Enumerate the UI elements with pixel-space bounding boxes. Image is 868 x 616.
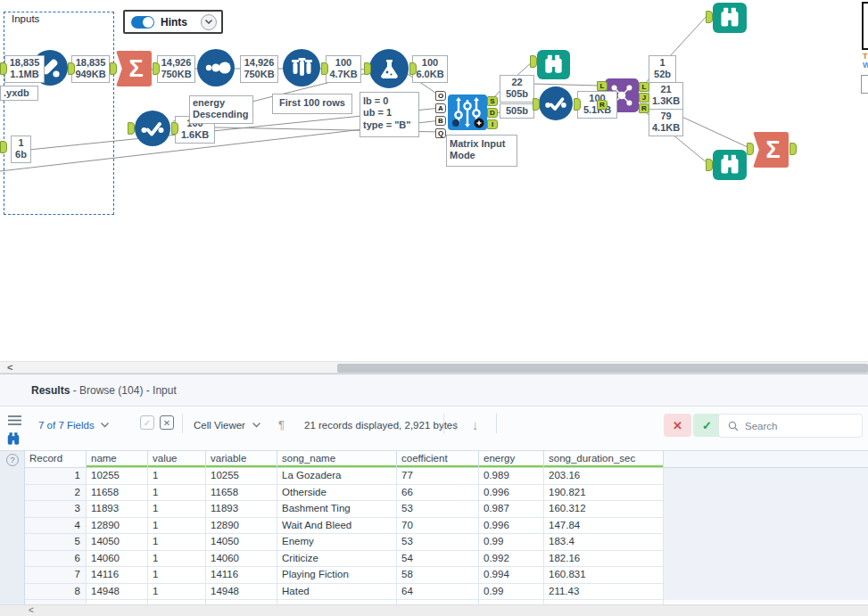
config-list-icon[interactable] — [8, 415, 21, 426]
input-anchor[interactable] — [706, 11, 713, 23]
annotation-record-count[interactable]: 22505b — [500, 75, 534, 103]
annotation-record-count[interactable]: 1006.0KB — [412, 55, 448, 83]
table-cell[interactable]: 1 — [148, 468, 206, 485]
table-cell[interactable]: Wait And Bleed — [277, 518, 397, 535]
table-cell[interactable]: Hated — [277, 584, 397, 601]
table-cell[interactable]: 14060 — [87, 551, 148, 568]
table-cell[interactable]: 14116 — [206, 567, 277, 584]
help-icon[interactable]: ? — [6, 454, 19, 466]
column-header[interactable]: song_name — [277, 451, 397, 468]
matrix-output-anchor-D[interactable]: D — [487, 108, 498, 118]
column-header[interactable]: song_duration_sec — [544, 451, 664, 468]
column-header[interactable]: name — [87, 451, 148, 468]
column-header[interactable]: Record — [25, 451, 87, 468]
input-anchor[interactable] — [747, 143, 754, 155]
table-cell[interactable]: 58 — [397, 567, 479, 584]
matrix-output-anchor-I[interactable]: I — [487, 119, 498, 129]
annotation-record-count[interactable]: 14,926750KB — [240, 55, 278, 83]
table-cell[interactable]: 10255 — [206, 468, 277, 485]
input-anchor[interactable] — [364, 62, 371, 75]
annotation-record-count[interactable]: 152b — [649, 55, 676, 83]
input-output-anchor[interactable] — [0, 62, 7, 75]
table-cell[interactable]: 10255 — [87, 468, 148, 485]
column-header[interactable]: value — [148, 451, 206, 468]
table-cell[interactable]: Criticize — [277, 551, 397, 568]
input-anchor[interactable] — [110, 62, 117, 75]
record-number-cell[interactable]: 2 — [25, 485, 87, 502]
fields-dropdown[interactable]: 7 of 7 Fields — [38, 420, 109, 431]
table-cell[interactable]: La Gozadera — [277, 468, 397, 485]
matrix-input-anchor-O[interactable]: O — [435, 91, 446, 101]
table-cell[interactable]: 11893 — [87, 501, 148, 518]
annotation-record-count[interactable]: 18,835949KB — [71, 55, 110, 83]
table-cell[interactable]: 0.987 — [479, 501, 544, 518]
hints-toggle[interactable] — [131, 16, 154, 29]
annotation-filename[interactable]: .yxdb — [0, 86, 38, 101]
annotation-record-count[interactable]: 505b — [500, 103, 534, 119]
unique-tool-2[interactable] — [539, 86, 573, 120]
table-cell[interactable]: 0.992 — [479, 551, 544, 568]
apply-button[interactable]: ✓ — [693, 414, 721, 437]
annotation-record-count[interactable]: 16b — [11, 136, 31, 163]
join-input-anchor-R[interactable]: R — [597, 100, 608, 110]
annotation-record-count[interactable]: 14,926750KB — [157, 55, 195, 83]
table-cell[interactable]: 1 — [148, 518, 206, 535]
grid-horizontal-scrollbar[interactable]: < — [0, 604, 868, 616]
matrix-output-anchor-S[interactable]: S — [487, 96, 498, 106]
table-cell[interactable]: 11658 — [206, 485, 277, 502]
record-number-cell[interactable]: 5 — [25, 534, 87, 551]
table-cell[interactable]: 14050 — [87, 534, 148, 551]
output-anchor[interactable] — [321, 62, 328, 75]
browse-tool[interactable] — [537, 50, 570, 79]
table-cell[interactable]: 70 — [397, 518, 479, 535]
table-cell[interactable]: Playing Fiction — [277, 567, 397, 584]
record-number-cell[interactable]: 6 — [25, 551, 87, 568]
table-cell[interactable]: 1 — [148, 501, 206, 518]
table-cell[interactable]: 11893 — [206, 501, 277, 518]
table-cell[interactable]: 14948 — [206, 584, 277, 601]
table-cell[interactable]: 14948 — [87, 584, 148, 601]
table-cell[interactable]: 0.996 — [479, 485, 544, 502]
clear-selection-icon[interactable]: ✕ — [160, 415, 174, 430]
cell-viewer-dropdown[interactable]: Cell Viewer — [194, 420, 260, 431]
table-cell[interactable]: 11658 — [87, 485, 148, 502]
record-number-cell[interactable]: 8 — [25, 584, 87, 601]
table-cell[interactable]: 14060 — [206, 551, 277, 568]
table-cell[interactable]: 1 — [148, 534, 206, 551]
input-anchor[interactable] — [533, 98, 540, 111]
cancel-button[interactable]: ✕ — [664, 414, 691, 437]
join-output-anchor-R[interactable]: R — [639, 103, 649, 113]
table-cell[interactable]: Bashment Ting — [277, 501, 397, 518]
browse-tool-bottom[interactable] — [713, 150, 747, 180]
column-header[interactable]: coefficient — [397, 451, 479, 468]
table-cell[interactable]: 160.831 — [544, 567, 664, 584]
table-cell[interactable]: 190.821 — [544, 485, 664, 502]
matrix-input-anchor-Q[interactable]: Q — [435, 128, 446, 138]
input-output-anchor[interactable] — [0, 141, 7, 153]
annotation-sort[interactable]: energyDescending — [189, 95, 253, 124]
table-cell[interactable]: 1 — [148, 551, 206, 568]
record-number-cell[interactable]: 3 — [25, 501, 87, 518]
table-cell[interactable]: 0.989 — [479, 468, 544, 485]
table-cell[interactable]: Enemy — [277, 534, 397, 551]
table-cell[interactable]: 182.16 — [544, 551, 664, 568]
table-cell[interactable]: 0.99 — [479, 534, 544, 551]
annotation-formula[interactable]: lb = 0ub = 1type = "B" — [360, 92, 419, 137]
matrix-input-anchor-A[interactable]: A — [435, 103, 446, 113]
table-cell[interactable]: Otherside — [277, 485, 397, 502]
table-cell[interactable]: 0.99 — [479, 584, 544, 601]
browse-rail-icon[interactable] — [4, 431, 22, 447]
table-cell[interactable]: 14050 — [206, 534, 277, 551]
annotation-record-count[interactable]: 1004.7KB — [326, 55, 361, 83]
table-cell[interactable]: 66 — [397, 485, 479, 502]
formula-tool[interactable] — [369, 49, 409, 88]
optimization-tool[interactable] — [448, 94, 487, 130]
annotation-sample[interactable]: First 100 rows — [272, 94, 352, 114]
table-cell[interactable]: 53 — [397, 534, 479, 551]
annotation-record-count[interactable]: 794.1KB — [649, 109, 683, 136]
search-input[interactable] — [745, 421, 843, 431]
annotation-record-count[interactable]: 211.3KB — [649, 82, 683, 110]
table-cell[interactable]: 12890 — [206, 518, 277, 535]
table-cell[interactable]: 77 — [397, 468, 479, 485]
table-cell[interactable]: 0.994 — [479, 567, 544, 584]
